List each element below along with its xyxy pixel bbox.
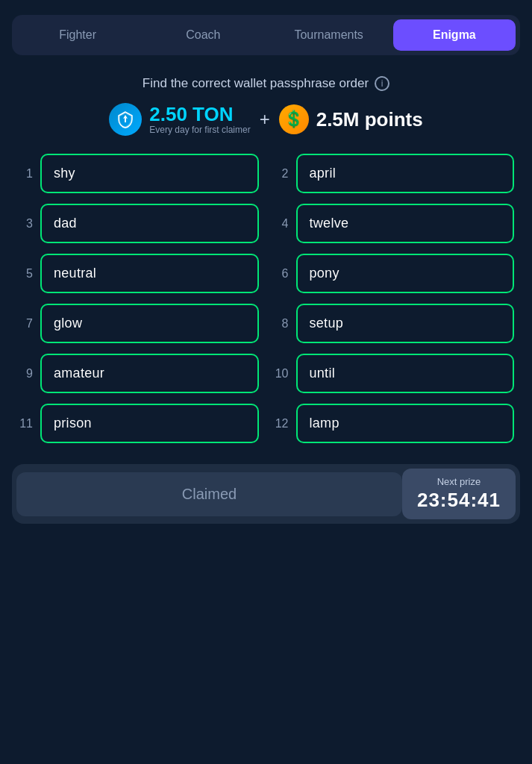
points-badge: 💲 2.5M points (279, 104, 423, 134)
ton-subtitle: Every day for first claimer (149, 125, 250, 135)
word-number-2: 2 (274, 167, 289, 181)
word-box-6[interactable]: pony (296, 254, 515, 293)
word-box-11[interactable]: prison (40, 404, 259, 443)
tab-tournaments[interactable]: Tournaments (268, 19, 390, 51)
header-section: Find the correct wallet passphrase order… (12, 76, 520, 136)
claimed-button[interactable]: Claimed (16, 472, 402, 516)
word-box-3[interactable]: dad (40, 204, 259, 243)
word-cell-3: 3 dad (18, 204, 259, 243)
tab-bar: Fighter Coach Tournaments Enigma (12, 15, 520, 55)
word-box-10[interactable]: until (296, 354, 515, 393)
word-number-4: 4 (274, 217, 289, 231)
word-cell-5: 5 neutral (18, 254, 259, 293)
word-number-6: 6 (274, 267, 289, 281)
tab-fighter[interactable]: Fighter (16, 19, 139, 51)
coin-icon: 💲 (279, 104, 309, 134)
header-title: Find the correct wallet passphrase order… (12, 76, 520, 91)
plus-sign: + (260, 109, 270, 130)
word-cell-2: 2 april (274, 154, 515, 193)
word-number-9: 9 (18, 367, 33, 381)
word-number-12: 12 (274, 417, 289, 430)
header-title-text: Find the correct wallet passphrase order (143, 76, 369, 91)
ton-text-block: 2.50 TON Every day for first claimer (149, 104, 250, 136)
word-cell-6: 6 pony (274, 254, 515, 293)
points-amount: 2.5M points (316, 108, 423, 131)
word-cell-4: 4 twelve (274, 204, 515, 243)
word-number-1: 1 (18, 167, 33, 181)
word-box-12[interactable]: lamp (296, 404, 515, 443)
word-number-8: 8 (274, 317, 289, 331)
next-prize-timer: 23:54:41 (417, 489, 501, 512)
word-box-7[interactable]: glow (40, 304, 259, 343)
ton-amount: 2.50 TON (149, 104, 233, 125)
next-prize-label: Next prize (417, 476, 501, 487)
word-number-7: 7 (18, 317, 33, 331)
reward-row: 2.50 TON Every day for first claimer + 💲… (12, 103, 520, 136)
word-box-8[interactable]: setup (296, 304, 515, 343)
word-grid: 1 shy 2 april 3 dad 4 twelve 5 neutral 6… (12, 154, 520, 443)
word-number-5: 5 (18, 267, 33, 281)
ton-badge: 2.50 TON Every day for first claimer (109, 103, 250, 136)
tab-coach[interactable]: Coach (142, 19, 264, 51)
word-box-9[interactable]: amateur (40, 354, 259, 393)
info-icon[interactable]: i (375, 76, 389, 91)
word-cell-1: 1 shy (18, 154, 259, 193)
word-cell-8: 8 setup (274, 304, 515, 343)
word-cell-10: 10 until (274, 354, 515, 393)
word-box-2[interactable]: april (296, 154, 515, 193)
ton-icon (109, 103, 142, 136)
word-number-10: 10 (274, 367, 289, 381)
word-box-1[interactable]: shy (40, 154, 259, 193)
word-cell-12: 12 lamp (274, 404, 515, 443)
word-cell-11: 11 prison (18, 404, 259, 443)
word-cell-9: 9 amateur (18, 354, 259, 393)
word-box-4[interactable]: twelve (296, 204, 515, 243)
next-prize-section: Next prize 23:54:41 (402, 469, 516, 519)
bottom-bar: Claimed Next prize 23:54:41 (12, 464, 520, 524)
word-box-5[interactable]: neutral (40, 254, 259, 293)
word-cell-7: 7 glow (18, 304, 259, 343)
tab-enigma[interactable]: Enigma (393, 19, 516, 51)
word-number-3: 3 (18, 217, 33, 231)
word-number-11: 11 (18, 417, 33, 430)
